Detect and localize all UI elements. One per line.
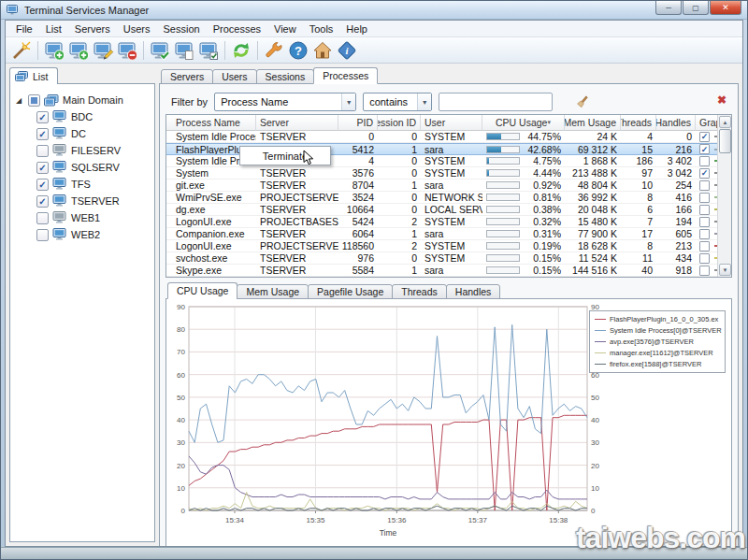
legend-dash bbox=[595, 341, 606, 343]
tree-item-tserver[interactable]: ✓ TSERVER bbox=[16, 193, 151, 209]
filter-field-dropdown[interactable]: Process Name ▼ bbox=[214, 93, 356, 111]
tree-root-checkbox[interactable] bbox=[28, 94, 40, 107]
column-header-cpu-usage[interactable]: CPU Usage ▾ bbox=[482, 115, 565, 131]
tree-item-tfs[interactable]: ✓ TFS bbox=[16, 176, 151, 193]
table-row[interactable]: Companion.exe TSERVER 6064 1 sara 0.31% … bbox=[166, 228, 731, 240]
scroll-up-icon[interactable]: ▲ bbox=[719, 116, 731, 128]
graph-checkbox[interactable] bbox=[699, 229, 710, 239]
tree-item-checkbox[interactable] bbox=[36, 145, 49, 157]
remove-server-icon[interactable] bbox=[115, 39, 139, 62]
context-menu-item-terminate[interactable]: Terminate bbox=[263, 151, 308, 162]
tree-expand-icon[interactable]: ◢ bbox=[16, 96, 24, 105]
tab-processes[interactable]: Processes bbox=[313, 67, 378, 84]
filter-operator-dropdown[interactable]: contains ▼ bbox=[363, 93, 432, 111]
menu-item-view[interactable]: View bbox=[267, 22, 303, 36]
table-row[interactable]: System TSERVER 3576 0 SYSTEM 4.44% 213 4… bbox=[166, 167, 731, 179]
title-bar[interactable]: Terminal Services Manager ─ ▢ ✕ bbox=[1, 1, 747, 20]
menu-item-file[interactable]: File bbox=[9, 22, 39, 36]
filter-input[interactable] bbox=[439, 93, 553, 111]
graph-checkbox[interactable]: ✓ bbox=[699, 144, 710, 154]
menu-item-list[interactable]: List bbox=[39, 22, 68, 36]
table-row[interactable]: svchost.exe TSERVER 976 0 SYSTEM 0.15% 1… bbox=[166, 252, 731, 265]
menu-item-session[interactable]: Session bbox=[157, 22, 207, 36]
chart-tab-cpu-usage[interactable]: CPU Usage bbox=[167, 282, 237, 299]
chart-tab-threads[interactable]: Threads bbox=[392, 284, 447, 299]
menu-item-tools[interactable]: Tools bbox=[303, 22, 340, 36]
tab-sessions[interactable]: Sessions bbox=[256, 69, 315, 84]
help-icon[interactable]: ? bbox=[286, 39, 310, 62]
wrench-icon[interactable] bbox=[262, 39, 286, 62]
home-icon[interactable] bbox=[310, 39, 335, 62]
graph-checkbox[interactable] bbox=[699, 205, 710, 215]
column-header-process-name[interactable]: Process Name bbox=[172, 115, 256, 131]
tree-item-dc[interactable]: ✓ DC bbox=[16, 125, 151, 142]
refresh-icon[interactable] bbox=[229, 39, 253, 62]
close-filter-icon[interactable]: ✖ bbox=[717, 93, 726, 107]
about-icon[interactable]: i bbox=[335, 39, 359, 62]
table-row[interactable]: Skype.exe TSERVER 5584 1 sara 0.15% 144 … bbox=[166, 265, 731, 277]
table-row[interactable]: git.exe TSERVER 8704 1 sara 0.92% 48 804… bbox=[166, 179, 731, 192]
graph-checkbox[interactable]: ✓ bbox=[699, 132, 710, 142]
column-header-threads[interactable]: Threads bbox=[621, 115, 656, 131]
tab-servers[interactable]: Servers bbox=[161, 69, 213, 84]
tree-item-fileserv[interactable]: FILESERV bbox=[16, 142, 151, 159]
column-header-pid[interactable]: PID bbox=[338, 115, 378, 131]
select-server-icon[interactable] bbox=[196, 39, 221, 62]
tree-item-bdc[interactable]: ✓ BDC bbox=[16, 108, 151, 125]
chart-tab-mem-usage[interactable]: Mem Usage bbox=[237, 284, 309, 299]
menu-item-help[interactable]: Help bbox=[339, 22, 374, 36]
graph-checkbox[interactable] bbox=[699, 180, 710, 191]
menu-item-users[interactable]: Users bbox=[117, 22, 157, 36]
copy-server-icon[interactable] bbox=[172, 39, 196, 62]
tab-list[interactable]: List bbox=[9, 67, 58, 84]
tree-item-checkbox[interactable] bbox=[36, 229, 49, 241]
main-panel: ServersUsersSessionsProcesses Filter by … bbox=[159, 67, 739, 542]
tree-item-checkbox[interactable] bbox=[36, 212, 49, 224]
graph-checkbox[interactable] bbox=[699, 241, 710, 251]
wizard-wand-icon[interactable] bbox=[9, 39, 34, 62]
tab-users[interactable]: Users bbox=[212, 69, 256, 84]
add-group-icon[interactable] bbox=[66, 39, 91, 62]
cpu-bar bbox=[486, 230, 520, 237]
tree-item-sqlserv[interactable]: ✓ SQLSERV bbox=[16, 159, 151, 176]
tree-item-web1[interactable]: WEB1 bbox=[16, 209, 151, 226]
scroll-thumb[interactable] bbox=[719, 129, 731, 153]
column-header-mem-usage[interactable]: Mem Usage bbox=[565, 115, 621, 131]
connect-server-icon[interactable] bbox=[148, 39, 172, 62]
table-scrollbar[interactable]: ▲ ▼ bbox=[717, 115, 731, 277]
tree-root-main-domain[interactable]: ◢ Main Domain bbox=[16, 92, 151, 108]
graph-checkbox[interactable]: ✓ bbox=[699, 168, 710, 179]
column-header-user[interactable]: User bbox=[421, 115, 482, 131]
maximize-button[interactable]: ▢ bbox=[683, 1, 709, 15]
menu-item-processes[interactable]: Processes bbox=[207, 22, 267, 36]
column-header-handles[interactable]: Handles bbox=[656, 115, 696, 131]
tree-item-checkbox[interactable]: ✓ bbox=[36, 111, 49, 123]
close-button[interactable]: ✕ bbox=[710, 1, 741, 15]
chart-tab-handles[interactable]: Handles bbox=[446, 284, 501, 299]
table-row[interactable]: LogonUI.exe PROJECTBASES 5424 2 SYSTEM 0… bbox=[166, 216, 731, 228]
column-header-session-id[interactable]: Session ID bbox=[378, 115, 421, 131]
tree-item-checkbox[interactable]: ✓ bbox=[36, 195, 49, 208]
scroll-down-icon[interactable]: ▼ bbox=[719, 264, 731, 276]
chart-tab-pagefile-usage[interactable]: Pagefile Usage bbox=[308, 284, 393, 299]
clear-filter-brush-icon[interactable] bbox=[572, 92, 593, 112]
table-row[interactable]: WmiPrvSE.exe PROJECTSERVER 3524 0 NETWOR… bbox=[166, 192, 731, 204]
tree-item-checkbox[interactable]: ✓ bbox=[36, 179, 49, 191]
column-header-server[interactable]: Server bbox=[256, 115, 338, 131]
main-tabs: ServersUsersSessionsProcesses bbox=[159, 67, 739, 84]
table-row[interactable]: dg.exe TSERVER 10664 0 LOCAL SERVICE 0.3… bbox=[166, 204, 731, 216]
minimize-button[interactable]: ─ bbox=[655, 1, 682, 15]
graph-checkbox[interactable] bbox=[699, 266, 710, 276]
add-server-icon[interactable] bbox=[42, 39, 66, 62]
tree-item-checkbox[interactable]: ✓ bbox=[36, 128, 49, 140]
graph-checkbox[interactable] bbox=[699, 217, 710, 227]
tree-item-checkbox[interactable]: ✓ bbox=[36, 162, 49, 174]
graph-checkbox[interactable] bbox=[699, 253, 710, 264]
graph-checkbox[interactable] bbox=[699, 156, 710, 166]
menu-item-servers[interactable]: Servers bbox=[68, 22, 117, 36]
graph-checkbox[interactable] bbox=[699, 193, 710, 203]
edit-server-icon[interactable] bbox=[91, 39, 115, 62]
tree-item-web2[interactable]: WEB2 bbox=[16, 226, 151, 243]
table-row[interactable]: LogonUI.exe PROJECTSERVER 118560 2 SYSTE… bbox=[166, 240, 731, 252]
table-row[interactable]: System Idle Process TSERVER 0 0 SYSTEM 4… bbox=[166, 131, 731, 143]
